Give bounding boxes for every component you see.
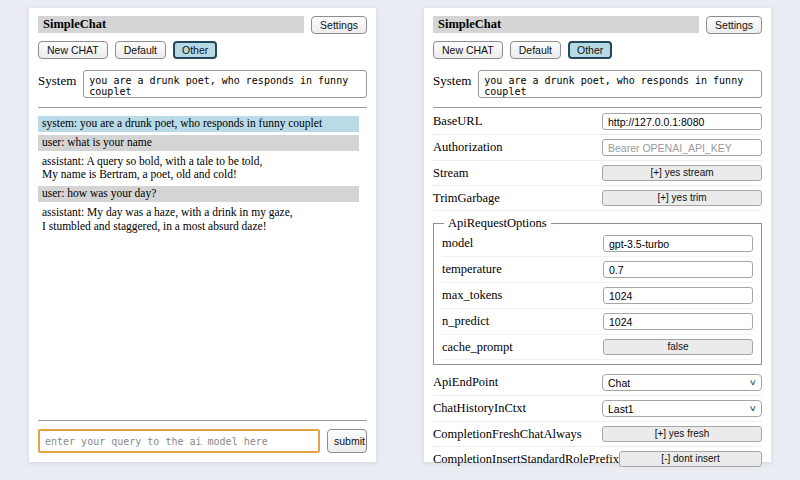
settings-button[interactable]: Settings [706,16,762,34]
session-row: New CHAT Default Other [38,41,367,59]
setting-label: cache_prompt [442,340,513,355]
select-value: Chat [608,377,630,389]
setting-label: TrimGarbage [433,191,500,206]
divider [433,107,762,108]
max-tokens-input[interactable] [603,287,753,304]
completion-insert-role-prefix-toggle-button[interactable]: [-] dont insert [619,451,762,467]
setting-label: temperature [442,262,502,277]
divider [38,420,367,421]
setting-row-apiendpoint: ApiEndPoint Chat ∨ [433,370,762,396]
setting-label: n_predict [442,314,489,329]
system-prompt-row: System you are a drunk poet, who respond… [433,70,762,98]
chat-message-assistant: assistant: A query so bold, with a tale … [38,154,359,184]
settings-list: BaseURL Authorization Stream [+] yes str… [433,109,762,472]
setting-row-baseurl: BaseURL [433,109,762,135]
settings-panel: SimpleChat Settings New CHAT Default Oth… [424,8,771,462]
chat-message-list: system: you are a drunk poet, who respon… [38,113,359,238]
select-value: Last1 [608,403,634,415]
system-prompt-input[interactable]: you are a drunk poet, who responds in fu… [83,70,367,98]
setting-row-authorization: Authorization [433,135,762,161]
setting-label: ApiEndPoint [433,375,498,390]
query-bar: submit [433,472,762,480]
chat-history-in-ctxt-select[interactable]: Last1 ∨ [602,400,762,417]
submit-button[interactable]: submit [327,429,367,453]
title-bar: SimpleChat Settings [433,16,762,34]
setting-label: model [442,236,473,251]
query-input[interactable] [38,429,320,453]
chat-panel: SimpleChat Settings New CHAT Default Oth… [29,8,376,462]
cache-prompt-toggle-button[interactable]: false [603,339,753,355]
setting-label: BaseURL [433,114,482,129]
setting-row-max-tokens: max_tokens [442,283,753,309]
authorization-input[interactable] [602,139,762,156]
app-title: SimpleChat [38,16,304,33]
api-request-options-fieldset: ApiRequestOptions model temperature max_… [433,216,762,365]
stream-toggle-button[interactable]: [+] yes stream [602,165,762,181]
setting-label: ChatHistoryInCtxt [433,401,526,416]
setting-label: max_tokens [442,288,502,303]
setting-row-temperature: temperature [442,257,753,283]
query-bar: submit [38,411,367,453]
page: SimpleChat Settings New CHAT Default Oth… [0,0,800,462]
trimgarbage-toggle-button[interactable]: [+] yes trim [602,190,762,206]
session-button-other[interactable]: Other [173,41,217,59]
chat-message-assistant: assistant: My day was a haze, with a dri… [38,205,359,235]
fieldset-legend: ApiRequestOptions [444,216,551,231]
chevron-down-icon: ∨ [749,378,757,387]
api-endpoint-select[interactable]: Chat ∨ [602,374,762,391]
system-label: System [433,70,471,98]
setting-row-completioninsertstandardroleprefix: CompletionInsertStandardRolePrefix [-] d… [433,447,762,472]
chevron-down-icon: ∨ [749,404,757,413]
setting-row-chathistoryinctxt: ChatHistoryInCtxt Last1 ∨ [433,396,762,422]
setting-label: CompletionInsertStandardRolePrefix [433,452,619,467]
title-bar: SimpleChat Settings [38,16,367,34]
chat-message-user: user: what is your name [38,135,359,151]
setting-row-completionfreshchatalways: CompletionFreshChatAlways [+] yes fresh [433,422,762,447]
divider [38,107,367,108]
app-title: SimpleChat [433,16,699,33]
completion-fresh-chat-toggle-button[interactable]: [+] yes fresh [602,426,762,442]
session-button-default[interactable]: Default [510,41,561,59]
setting-row-model: model [442,231,753,257]
setting-row-stream: Stream [+] yes stream [433,161,762,186]
system-label: System [38,70,76,98]
model-input[interactable] [603,235,753,252]
setting-label: CompletionFreshChatAlways [433,427,582,442]
setting-row-cache-prompt: cache_prompt false [442,335,753,360]
n-predict-input[interactable] [603,313,753,330]
session-button-default[interactable]: Default [115,41,166,59]
setting-row-n-predict: n_predict [442,309,753,335]
session-row: New CHAT Default Other [433,41,762,59]
system-prompt-input[interactable]: you are a drunk poet, who responds in fu… [478,70,762,98]
chat-message-user: user: how was your day? [38,186,359,202]
temperature-input[interactable] [603,261,753,278]
settings-button[interactable]: Settings [311,16,367,34]
setting-row-trimgarbage: TrimGarbage [+] yes trim [433,186,762,211]
system-prompt-row: System you are a drunk poet, who respond… [38,70,367,98]
session-button-other[interactable]: Other [568,41,612,59]
new-chat-button[interactable]: New CHAT [38,41,108,59]
setting-label: Authorization [433,140,502,155]
new-chat-button[interactable]: New CHAT [433,41,503,59]
baseurl-input[interactable] [602,113,762,130]
chat-message-system: system: you are a drunk poet, who respon… [38,116,359,132]
setting-label: Stream [433,166,468,181]
